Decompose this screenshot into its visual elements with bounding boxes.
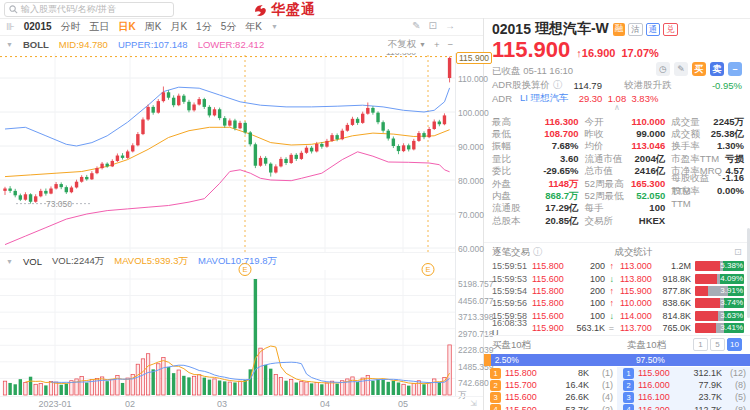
volume-chart[interactable] [0, 270, 455, 396]
app-logo: 华盛通 [253, 1, 316, 19]
popout-icon[interactable]: → [445, 20, 455, 31]
time-axis: ⇲ 2023-0102030405 [0, 396, 483, 410]
stock-badges: 融沽通兑 [613, 23, 678, 36]
stock-name: 理想汽车-W [535, 20, 609, 38]
trade-stat-row: 113.700765.0K3.41% [620, 322, 744, 334]
earnings-event-icon[interactable]: E [422, 263, 435, 276]
depth-page-5[interactable]: 5 [710, 338, 725, 351]
zoom-out-button[interactable]: − [447, 39, 453, 50]
tick-row: 15:59:53115.600100↓ [492, 272, 614, 284]
note-icon[interactable]: ✎ [674, 62, 688, 76]
tab-月K[interactable]: 月K [170, 20, 187, 34]
trade-stat-row: 113.0001.2M5.38% [620, 260, 744, 272]
search-placeholder: 输入股票代码/名称/拼音 [21, 3, 116, 16]
vol-collapse-icon[interactable]: ▼ [6, 258, 13, 265]
boll-label: BOLL [23, 39, 49, 50]
boll-collapse-icon[interactable]: ▼ [6, 41, 13, 48]
collapse-chevron-icon[interactable]: ∧ [484, 104, 750, 114]
period-tabs: 分时五日日K周K月K1分5分年K [61, 20, 262, 34]
boll-lower-value: LOWER:82.412 [198, 39, 265, 50]
buy-ratio-segment [484, 354, 491, 366]
stats-row: 总股本20.85亿交易所HKEX [492, 215, 744, 227]
tab-5分[interactable]: 5分 [221, 20, 237, 34]
tab-日K[interactable]: 日K [119, 20, 136, 34]
buy-queue-row[interactable]: 2115.70016.4K(1) [484, 379, 617, 391]
fullscreen-icon[interactable]: ⊡ [429, 20, 437, 31]
price-change-pct: 17.07% [621, 47, 658, 59]
buy-queue-title: 买盘10档 [492, 339, 531, 352]
buy-queue: 1115.8008K(1)2115.70016.4K(1)3115.60026.… [484, 367, 617, 410]
quick-buy-button[interactable]: 买 [692, 62, 706, 76]
trade-stat-row: 113.800918.8K4.09% [620, 272, 744, 284]
time-axis-label: 05 [398, 399, 408, 409]
earnings-event-icon[interactable]: E [239, 263, 252, 276]
sell-queue-row[interactable]: 3116.10023.7K(5) [617, 391, 750, 403]
stats-row: 最低108.700昨收99.000成交额25.38亿 [492, 128, 744, 140]
depth-page-10[interactable]: 10 [727, 338, 742, 351]
draw-icon[interactable]: ✎ [412, 20, 420, 31]
buy-queue-row[interactable]: 1115.8008K(1) [484, 367, 617, 379]
chart-stock-code: 02015 [24, 21, 52, 32]
buy-ratio-label: 2.50% [495, 354, 519, 366]
sell-ratio-label: 97.50% [636, 354, 665, 366]
boll-mid-value: MID:94.780 [59, 39, 108, 50]
ticks-title: 逐笔交易 [492, 246, 530, 259]
adr-price-label: ADR股换算价 [492, 79, 550, 92]
trade-stats-title: 成交统计 [615, 246, 653, 259]
adr-diff-value: -0.95% [712, 80, 742, 91]
quick-sell-button[interactable]: 卖 [710, 62, 724, 76]
trade-stats-list: 113.0001.2M5.38%113.800918.8K4.09%115.90… [620, 260, 744, 334]
buy-sell-ratio-bar: 2.50% 97.50% [484, 354, 750, 366]
expand-icon[interactable]: ⊡ [734, 246, 742, 259]
chart-tab-row: ⊪ 02015 分时五日日K周K月K1分5分年K ▼ ✎ ⊡ → [0, 18, 483, 36]
stats-row: 内盘868.7万52周最低52.050股息率TTM0.00% [492, 190, 744, 202]
buy-queue-row[interactable]: 4115.50053.7K(2) [484, 404, 617, 410]
sell-queue-row[interactable]: 4116.200112.7K(8) [617, 404, 750, 410]
tick-row: 15:59:54115.800200↑ [492, 285, 614, 297]
stock-code: 02015 [492, 21, 531, 37]
quote-panel: 02015 理想汽车-W 融沽通兑 115.900 ↑16.900 17.07%… [484, 18, 750, 410]
quick-actions: ◷ ✎ 买 卖 – [656, 62, 742, 76]
alert-icon[interactable]: ◷ [656, 62, 670, 76]
tab-五日[interactable]: 五日 [90, 20, 110, 34]
tab-分时[interactable]: 分时 [61, 20, 81, 34]
last-price: 115.900 [492, 37, 570, 63]
tab-年K[interactable]: 年K [245, 20, 262, 34]
badge-沽: 沽 [628, 23, 643, 36]
candlestick-chart[interactable]: 116.30073.050 [0, 53, 455, 252]
stats-grid: 最高116.300今开110.000成交量2245万最低108.700昨收99.… [492, 116, 744, 228]
tick-row: 16:08:33 U115.900563.1K= [492, 322, 614, 334]
quick-minus-button[interactable]: – [728, 62, 742, 76]
price-change: ↑16.900 [576, 47, 615, 59]
svg-text:116.300: 116.300 [386, 53, 416, 57]
panel-collapse-icon[interactable]: ⊪ [6, 21, 15, 32]
time-axis-label: 02 [125, 399, 135, 409]
time-axis-label: 03 [217, 399, 227, 409]
tab-周K[interactable]: 周K [145, 20, 162, 34]
sell-queue-row[interactable]: 2116.00077.9K(8) [617, 379, 750, 391]
badge-通: 通 [646, 23, 661, 36]
depth-page-1[interactable]: 1 [693, 338, 708, 351]
mavol5-value: MAVOL5:939.3万 [114, 255, 188, 268]
buy-queue-row[interactable]: 3115.60026.6K(4) [484, 391, 617, 403]
stats-row: 振幅7.68%均价113.046换手率1.30% [492, 141, 744, 153]
axis-resize-icon[interactable]: ⇲ [470, 399, 477, 408]
vol-label: VOL [23, 256, 42, 267]
info-icon[interactable]: ⓘ [553, 79, 563, 92]
depth-page-buttons: 1510 [693, 338, 742, 351]
zoom-in-button[interactable]: + [434, 39, 440, 50]
adjust-mode-dropdown[interactable]: 不复权 ▼ [388, 38, 426, 51]
sell-queue: 1115.900312.1K(12)2116.00077.9K(8)3116.1… [617, 367, 750, 410]
ticks-info-icon[interactable]: ⓘ [533, 246, 543, 259]
price-axis: 115.900110.000100.00090.00080.00070.0006… [455, 53, 484, 396]
tab-1分[interactable]: 1分 [196, 20, 212, 34]
search-input[interactable]: 输入股票代码/名称/拼音 [4, 2, 174, 17]
badge-兑: 兑 [663, 23, 678, 36]
badge-融: 融 [613, 23, 626, 36]
more-periods-arrow[interactable]: ▼ [271, 23, 278, 30]
vol-value: VOL:2244万 [52, 255, 104, 268]
market-status: 已收盘 05-11 16:10 [492, 65, 573, 78]
adr-row-label: ADR [492, 93, 512, 104]
sell-queue-row[interactable]: 1115.900312.1K(12) [617, 367, 750, 379]
stats-row: 最高116.300今开110.000成交量2245万 [492, 116, 744, 128]
